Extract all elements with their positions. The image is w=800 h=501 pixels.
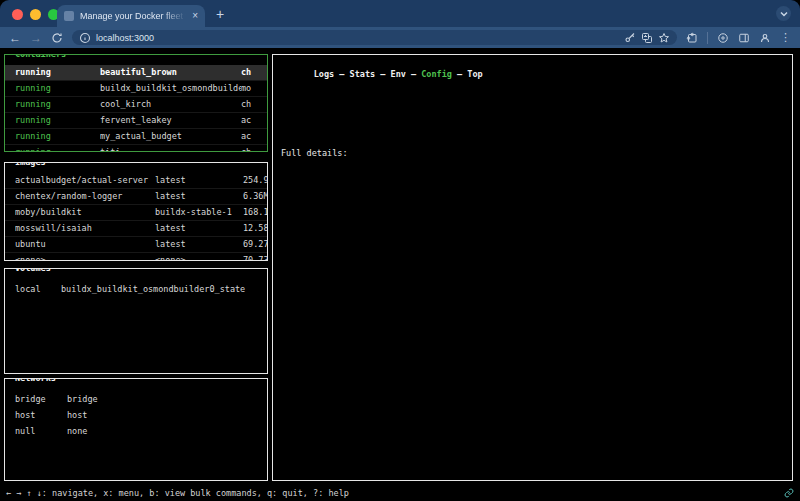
translate-icon[interactable] <box>641 32 653 44</box>
docker-tui: Containers running beautiful_brown ch ru… <box>0 48 800 501</box>
volumes-list: local buildx_buildkit_osmondbuilder0_sta… <box>5 269 267 297</box>
inspector-tab-group: — Env <box>375 69 406 79</box>
volumes-panel[interactable]: Volumes local buildx_buildkit_osmondbuil… <box>4 268 268 374</box>
bookmark-star-icon[interactable] <box>658 32 670 44</box>
container-row[interactable]: running buildx_buildkit_osmondbuilder0 m… <box>5 81 267 97</box>
image-repo: mosswill/isaiah <box>15 221 155 236</box>
minimize-window-button[interactable] <box>30 9 41 20</box>
inspector-panel: Logs — Stats — Env — Config — Top ID:167… <box>272 54 793 481</box>
container-image: ac <box>241 113 251 128</box>
back-button[interactable]: ← <box>9 32 21 44</box>
image-repo: <none> <box>15 253 155 261</box>
inspector-tab[interactable]: Stats <box>350 69 376 79</box>
containers-panel-title: Containers <box>12 54 69 59</box>
image-tag: <none> <box>155 253 243 261</box>
network-name: bridge <box>67 392 98 407</box>
container-row[interactable]: running fervent_leakey ac <box>5 113 267 129</box>
image-repo: actualbudget/actual-server <box>15 173 155 188</box>
detail-line: Image: "sha256:5b771db46f4add301f04f0060… <box>281 465 792 481</box>
side-panel-icon[interactable] <box>738 32 750 44</box>
container-name: cool_kirch <box>100 97 241 112</box>
detail-line: Error: "" <box>281 417 792 433</box>
detail-line: Id: "16798fad3ee5d2f4d72a4c7c35eafd5b5d0… <box>281 177 792 193</box>
detail-line: Paused: false <box>281 321 792 337</box>
full-details-label: Full details: <box>281 145 792 161</box>
browser-menu-button[interactable]: ⋮ <box>780 31 791 44</box>
reload-button[interactable] <box>51 32 63 44</box>
image-repo: moby/buildkit <box>15 205 155 220</box>
network-row[interactable]: host host <box>5 407 267 423</box>
sync-icon[interactable] <box>717 32 729 44</box>
status-bar: ← → ↑ ↓: navigate, x: menu, b: view bulk… <box>0 485 800 501</box>
connection-link-icon <box>784 488 794 498</box>
browser-tab[interactable]: Manage your Docker fleet w × <box>57 5 205 27</box>
forward-button[interactable]: → <box>30 32 42 44</box>
tab-separator: — <box>334 69 349 79</box>
image-row[interactable]: mosswill/isaiah latest 12.58M <box>5 221 267 237</box>
network-row[interactable]: bridge bridge <box>5 391 267 407</box>
container-image: ch <box>241 65 251 80</box>
tab-search-button[interactable] <box>776 6 791 21</box>
detail-line: Status: "running" <box>281 289 792 305</box>
network-driver: bridge <box>15 392 67 407</box>
container-name: fervent_leakey <box>100 113 241 128</box>
container-row[interactable]: running my_actual_budget ac <box>5 129 267 145</box>
container-state: running <box>15 129 100 144</box>
image-size: 168.13 <box>243 205 268 220</box>
summary-line: Name:beautiful_brown <box>281 81 792 97</box>
inspector-tab[interactable]: Logs <box>314 69 334 79</box>
close-window-button[interactable] <box>12 9 23 20</box>
container-image: mo <box>241 81 251 96</box>
extensions-icon[interactable] <box>686 32 698 44</box>
inspector-tab[interactable]: Env <box>391 69 406 79</box>
image-tag: latest <box>155 237 243 252</box>
container-image: ch <box>241 145 251 152</box>
url-text[interactable]: localhost:3000 <box>96 33 154 43</box>
container-row[interactable]: running cool_kirch ch <box>5 97 267 113</box>
tab-separator: — <box>406 69 421 79</box>
images-panel[interactable]: Images actualbudget/actual-server latest… <box>4 162 268 261</box>
tab-separator: — <box>452 69 467 79</box>
tab-close-icon[interactable]: × <box>192 11 198 21</box>
info-icon[interactable] <box>79 32 91 44</box>
volume-driver: local <box>15 282 61 297</box>
image-row[interactable]: <none> <none> 70.73M <box>5 253 267 261</box>
inspector-tab[interactable]: Config <box>421 69 452 79</box>
keybinding-hints: ← → ↑ ↓: navigate, x: menu, b: view bulk… <box>6 488 349 498</box>
image-tag: latest <box>155 221 243 236</box>
container-row[interactable]: running beautiful_brown ch <box>5 65 267 81</box>
profile-icon[interactable] <box>759 32 771 44</box>
networks-panel[interactable]: Networks bridge bridge host host null <box>4 378 268 481</box>
detail-line: - "5000" <box>281 257 792 273</box>
image-tag: latest <box>155 189 243 204</box>
network-name: none <box>67 424 87 439</box>
detail-line: StartedAt: "2024-01-03T16:37:17.08599675… <box>281 433 792 449</box>
network-row[interactable]: null none <box>5 423 267 439</box>
inspector-tab-group: — Stats <box>334 69 375 79</box>
container-row[interactable]: running titi ch <box>5 145 267 152</box>
container-image: ac <box>241 129 251 144</box>
container-name: beautiful_brown <box>100 65 241 80</box>
image-repo: ubuntu <box>15 237 155 252</box>
inspector-tab[interactable]: Top <box>467 69 482 79</box>
images-panel-title: Images <box>12 162 49 167</box>
inspector-tab-group: — Top <box>452 69 483 79</box>
detail-line: Restarting: false <box>281 337 792 353</box>
password-key-icon[interactable] <box>624 32 636 44</box>
detail-line: Args: <box>281 225 792 241</box>
image-row[interactable]: actualbudget/actual-server latest 254.96 <box>5 173 267 189</box>
image-repo: chentex/random-logger <box>15 189 155 204</box>
image-size: 70.73M <box>243 253 268 261</box>
containers-panel[interactable]: Containers running beautiful_brown ch ru… <box>4 54 268 152</box>
image-row[interactable]: moby/buildkit buildx-stable-1 168.13 <box>5 205 267 221</box>
new-tab-button[interactable]: + <box>216 6 224 22</box>
image-row[interactable]: chentex/random-logger latest 6.36MB <box>5 189 267 205</box>
volume-row[interactable]: local buildx_buildkit_osmondbuilder0_sta… <box>5 281 267 297</box>
detail-line: Created: "2023-12-10T00:21:41.938158712Z… <box>281 193 792 209</box>
tab-favicon-icon <box>64 11 74 21</box>
chevron-down-icon <box>778 8 790 20</box>
image-row[interactable]: ubuntu latest 69.27M <box>5 237 267 253</box>
network-driver: null <box>15 424 67 439</box>
images-list: actualbudget/actual-server latest 254.96… <box>5 163 267 261</box>
address-bar[interactable]: localhost:3000 <box>72 30 677 45</box>
